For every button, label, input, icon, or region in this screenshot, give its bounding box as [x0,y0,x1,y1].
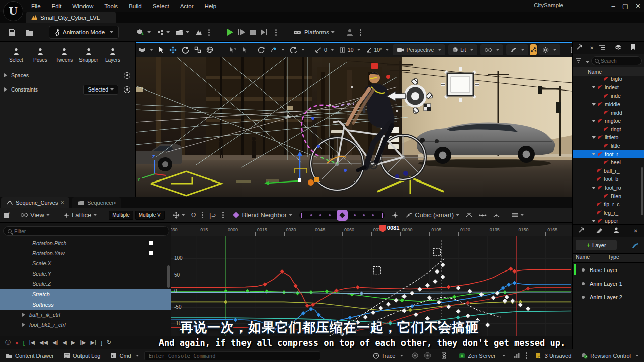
track-softness[interactable]: Softness [0,299,171,310]
pivot-icon[interactable] [255,44,267,55]
revision-control-dropdown[interactable]: Revision Control [576,353,644,359]
tangent-broken-icon[interactable] [490,209,503,222]
transport-record-button[interactable]: ● [15,340,19,346]
vertex-snap-icon[interactable] [267,44,287,55]
outliner-item-heel[interactable]: heel [573,158,644,167]
track-scale-z[interactable]: Scale.Z [0,279,171,289]
viewport-menu-icon[interactable] [136,44,156,55]
settings-user-button[interactable] [343,26,357,39]
transport-step-fwd-button[interactable]: |▶ [80,339,86,346]
outliner-item-midd[interactable]: midd [573,108,644,117]
tangent-flat-icon[interactable] [462,209,476,222]
transport-info-button[interactable]: ⓘ [5,339,11,346]
brush-dropdown[interactable] [506,44,528,55]
move-tool-icon[interactable] [167,44,179,55]
rotate-snap-big-icon[interactable] [287,44,307,55]
tab-sequencer-curves[interactable]: Sequenc_Curves✕ [1,197,69,208]
platforms-dropdown[interactable]: Platforms [293,26,335,39]
viewport-scene[interactable]: Z Y [136,57,572,198]
filter-dropdown-icon[interactable] [576,56,589,65]
outliner-item-littleto[interactable]: littleto [573,133,644,142]
outliner-item-foot-ro[interactable]: foot_ro [573,184,644,192]
tab-sequencer[interactable]: Sequencer• [72,197,121,208]
menu-file[interactable]: File [26,2,46,10]
select-tool-icon[interactable] [156,44,167,55]
browse-button[interactable] [23,26,37,39]
transport-to-start-button[interactable]: |◀ [29,339,35,346]
console-input[interactable]: Enter Console Command [144,351,320,360]
transport-play-reverse-button[interactable]: ◀ [62,339,66,346]
menu-select[interactable]: Select [148,2,174,10]
outliner-item-tip-r-c[interactable]: tip_r_c [573,200,644,209]
unreal-logo-icon[interactable]: U [3,1,23,21]
track-filter[interactable]: Filter [3,226,169,236]
seq-dots-1[interactable] [202,214,203,216]
keyframe-indicator[interactable] [149,241,153,245]
track-stretch[interactable]: Stretch [0,289,171,299]
perspective-dropdown[interactable]: Perspective [393,44,445,55]
minimize-button[interactable]: – [612,2,615,10]
status-icon-1[interactable] [409,349,421,362]
play-options-dots[interactable] [275,32,277,33]
value-field-2[interactable]: Multiple V [135,211,165,220]
lit-dropdown[interactable]: Lit [448,44,477,55]
snap-omega-icon[interactable]: Ω [188,209,199,222]
expand-arrow-icon[interactable] [592,153,596,155]
close-button[interactable]: ✕ [635,2,641,10]
tangent-key-icon[interactable] [476,209,490,222]
outliner-scrollbar[interactable] [641,167,643,215]
layers-stack-icon[interactable] [615,43,622,52]
scale-tool-icon[interactable] [192,44,204,55]
status-icon-2[interactable] [421,349,434,362]
value-field-1[interactable]: Multiple [109,211,133,220]
layer-paint-icon[interactable] [632,242,639,251]
expand-arrow-icon[interactable] [4,87,7,92]
pen-tab-icon[interactable] [596,226,603,235]
stats-icon[interactable] [511,349,523,362]
outliner-item-indext[interactable]: indext [573,83,644,92]
outliner-item-foot-b[interactable]: foot_b [573,175,644,184]
angle-snap-icon[interactable]: 10° [363,44,392,55]
tool-layers[interactable]: Layers [102,48,124,63]
rotate-tool-icon[interactable] [179,44,192,55]
outliner-item-bigto[interactable]: bigto [573,75,644,83]
seq-dots-2[interactable] [222,214,224,216]
output-log-button[interactable]: Output Log [59,353,105,359]
status-dots[interactable] [526,355,527,356]
grid-snap-icon[interactable]: 10 [337,44,363,55]
new-frame-icon[interactable]: * [0,209,14,222]
tracks-scrollbar[interactable] [167,265,170,288]
outliner-item-leg-r-[interactable]: leg_r_ [573,209,644,217]
toolbar-overflow-dots[interactable] [208,32,210,33]
expand-arrow-icon[interactable] [592,103,596,106]
level-tab[interactable]: Small_City_Cyber_LVL [26,12,116,23]
track-rotation-pitch[interactable]: Rotation.Pitch [0,238,171,248]
viewport[interactable]: 0 10 10° Perspective Lit Z Y [136,42,572,197]
selection-modes-button[interactable] [192,26,205,39]
transport-bracket-in-button[interactable]: [ [23,340,25,346]
bookmark-icon[interactable] [631,43,636,52]
outliner-search[interactable]: Search [591,56,642,65]
outliner-item-inde[interactable]: inde [573,92,644,100]
menu-window[interactable]: Window [67,2,98,10]
settings-dots[interactable] [360,32,361,33]
layers-col-type[interactable]: Type [608,254,619,262]
constraints-dropdown[interactable]: Selected [83,85,118,95]
key-diamond-icon[interactable] [389,209,402,222]
outliner-item-ringtoe[interactable]: ringtoe [573,117,644,125]
curve-pale-blue[interactable] [171,293,571,294]
skip-button[interactable] [238,29,245,35]
transport-prev-frame-button[interactable]: ◀◀ [39,339,48,346]
hourglass-icon[interactable] [439,349,450,362]
menu-help[interactable]: Help [200,2,222,10]
surface-snap-icon[interactable]: 0 [312,44,337,55]
blend-neighbor-dropdown[interactable]: Blend Neighbor [231,209,296,222]
layers-col-name[interactable]: Name [573,254,608,262]
outliner-item-foot-r-[interactable]: foot_r_ [573,150,644,158]
advance-button[interactable] [261,29,267,35]
zen-server-dropdown[interactable]: Zen Server [454,353,510,359]
tool-snapper[interactable]: Snapper [77,48,100,63]
anim-mode-highlight-icon[interactable] [530,44,537,55]
menu-tools[interactable]: Tools [99,2,123,10]
tools-tab2-icon[interactable] [579,226,587,235]
